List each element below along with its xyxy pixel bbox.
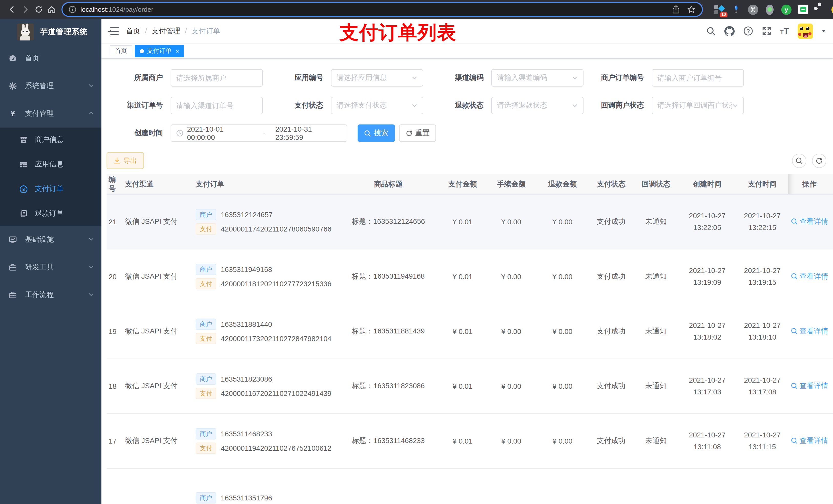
order-id-cell: 18 [106, 382, 122, 390]
home-button[interactable] [45, 3, 58, 16]
create-time-cell: 2021-10-2713:19:09 [678, 265, 737, 288]
tab-home[interactable]: 首页 [110, 45, 132, 57]
table-row: 商户1635311351796 [106, 469, 833, 504]
red-annotation-title: 支付订单列表 [340, 20, 456, 46]
export-button[interactable]: 导出 [106, 152, 144, 169]
chevron-up-icon [88, 110, 94, 118]
magnifier-icon [791, 273, 798, 280]
oval-extension-icon[interactable] [766, 4, 774, 15]
merchant-order-no-input[interactable] [652, 69, 744, 87]
emoji-extension-icon[interactable] [831, 4, 833, 15]
merchant-order-no: 1635312124657 [221, 211, 272, 219]
merchant-order-no: 1635311881440 [221, 320, 272, 329]
column-header: 支付时间 [737, 179, 788, 189]
order-id-cell: 19 [106, 327, 122, 335]
sidebar-toggle-button[interactable] [108, 26, 119, 35]
reload-button[interactable] [32, 3, 45, 16]
date-separator: - [257, 129, 271, 137]
sidebar-item-refund-order[interactable]: 退款订单 [0, 201, 101, 226]
create-time-cell: 2021-10-2713:17:03 [678, 375, 737, 398]
star-icon[interactable] [687, 5, 696, 14]
view-detail-link[interactable]: 查看详情 [791, 327, 828, 336]
view-detail-link[interactable]: 查看详情 [791, 382, 828, 391]
app-logo[interactable]: 芋道管理系统 [0, 19, 101, 45]
help-icon[interactable]: ? [743, 26, 753, 36]
pay-status-select[interactable]: 请选择支付状态 [331, 97, 423, 114]
github-icon[interactable] [724, 26, 735, 36]
refresh-table-button[interactable] [812, 153, 826, 168]
command-icon: ⌘ [750, 6, 756, 13]
font-size-icon[interactable]: TT [780, 26, 789, 36]
product-title-cell: 标题：1635312124656 [337, 217, 439, 226]
channel-code-select[interactable]: 请输入渠道编码 [491, 69, 584, 87]
yen-circle-icon: ¥ [20, 185, 28, 193]
close-icon[interactable]: × [176, 48, 179, 54]
chevron-down-icon [572, 75, 578, 81]
sidebar-item-pay-order[interactable]: ¥ 支付订单 [0, 177, 101, 201]
channel-order-no: 4200001167202110271022491439 [221, 389, 331, 398]
table-row: 19微信 JSAPI 支付商户1635311881440支付4200001173… [106, 304, 833, 359]
channel-order-no: 4200001174202110278060590766 [221, 225, 331, 233]
avatar-dropdown-caret[interactable] [822, 30, 826, 34]
toolbox-icon [9, 291, 17, 299]
forward-button[interactable] [19, 3, 32, 16]
dashboard-icon [9, 54, 17, 63]
view-detail-link[interactable]: 查看详情 [791, 436, 828, 446]
active-dot [140, 49, 144, 53]
puzzle-extension-icon[interactable] [814, 4, 825, 15]
notify-status-select[interactable]: 请选择订单回调商户状态 [652, 97, 744, 114]
pay-channel-cell: 微信 JSAPI 支付 [122, 327, 194, 336]
column-header: 退款金额 [537, 179, 588, 189]
app-id-select[interactable]: 请选择应用信息 [331, 69, 423, 87]
breadcrumb-payment[interactable]: 支付管理 [152, 26, 187, 35]
fee-amount-cell: ¥ 0.00 [486, 382, 537, 390]
sidebar-item-infra[interactable]: 基础设施 [0, 226, 101, 254]
pay-order-cell: 商户1635311351796 [194, 489, 337, 504]
view-detail-link[interactable]: 查看详情 [791, 217, 828, 226]
order-id-cell: 20 [106, 272, 122, 281]
breadcrumb: 首页 支付管理 支付订单 [126, 26, 220, 35]
pay-tag: 支付 [196, 388, 216, 399]
sidebar-item-app-info[interactable]: 应用信息 [0, 152, 101, 177]
sidebar-item-home[interactable]: 首页 [0, 45, 101, 72]
merchant-tag: 商户 [196, 319, 216, 330]
back-icon [7, 5, 16, 14]
sidebar-item-payment[interactable]: ¥ 支付管理 [0, 100, 101, 127]
fullscreen-icon[interactable] [762, 26, 771, 36]
sidebar-item-merchant-info[interactable]: 商户信息 [0, 127, 101, 152]
chat-extension-icon[interactable] [798, 5, 808, 14]
command-extension-icon[interactable]: ⌘ [748, 4, 758, 15]
channel-order-no-input[interactable] [171, 97, 263, 114]
notify-status-cell: 未通知 [634, 272, 678, 281]
sidebar-item-system[interactable]: 系统管理 [0, 72, 101, 100]
search-button[interactable]: 搜索 [358, 124, 395, 142]
create-time-cell: 2021-10-2713:18:02 [678, 320, 737, 343]
back-button[interactable] [5, 3, 19, 16]
refund-amount-cell: ¥ 0.00 [537, 218, 588, 226]
date-range-picker[interactable]: 2021-10-01 00:00:00 - 2021-10-31 23:59:5… [171, 124, 347, 142]
sidebar-item-dev-tools[interactable]: 研发工具 [0, 254, 101, 281]
merchant-tag: 商户 [196, 264, 216, 275]
orders-table: 编号支付渠道支付订单商品标题支付金额手续金额退款金额支付状态回调状态创建时间支付… [106, 174, 833, 504]
breadcrumb-home[interactable]: 首页 [126, 26, 147, 35]
product-title-cell: 标题：1635311949168 [337, 272, 439, 281]
search-icon[interactable] [707, 26, 716, 35]
extensions-row: 10 ⌘ y [714, 4, 833, 15]
action-cell: 查看详情 [788, 272, 831, 282]
tab-pay-order[interactable]: 支付订单 × [135, 45, 184, 57]
refund-status-select[interactable]: 请选择退款状态 [491, 97, 584, 114]
url-bar[interactable]: localhost:1024/pay/order [62, 2, 703, 17]
avatar[interactable] [798, 23, 813, 39]
notify-status-cell: 未通知 [634, 217, 678, 226]
share-icon[interactable] [672, 5, 680, 14]
reset-button[interactable]: 重置 [399, 124, 436, 142]
y-extension-icon[interactable]: y [781, 4, 791, 15]
sketch-extension-icon[interactable]: 10 [714, 4, 724, 15]
balloon-extension-icon[interactable] [731, 4, 741, 15]
toggle-search-button[interactable] [792, 153, 806, 168]
column-header: 商品标题 [337, 179, 439, 189]
sidebar-item-workflow[interactable]: 工作流程 [0, 281, 101, 309]
field-notify-status: 回调商户状态 请选择订单回调商户状态 [588, 97, 748, 114]
merchant-input[interactable] [171, 69, 263, 87]
view-detail-link[interactable]: 查看详情 [791, 272, 828, 281]
